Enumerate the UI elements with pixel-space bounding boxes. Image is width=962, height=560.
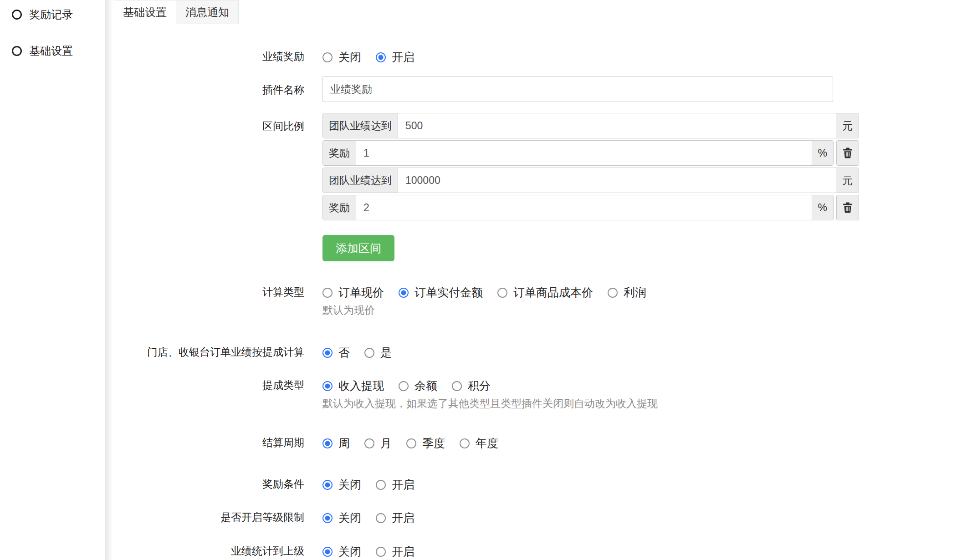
radio-option[interactable]: 关闭 bbox=[322, 477, 361, 492]
form-row-reward-condition: 奖励条件 关闭开启 bbox=[105, 477, 962, 492]
field-label: 奖励条件 bbox=[105, 477, 322, 490]
radio-group-store-commission: 否是 bbox=[322, 345, 962, 360]
radio-option[interactable]: 关闭 bbox=[322, 510, 361, 525]
radio-option-label: 余额 bbox=[414, 378, 437, 393]
radio-icon bbox=[376, 480, 386, 490]
radio-option[interactable]: 开启 bbox=[376, 477, 414, 492]
radio-option[interactable]: 利润 bbox=[608, 285, 646, 300]
radio-option[interactable]: 开启 bbox=[376, 510, 414, 525]
radio-option[interactable]: 开启 bbox=[376, 544, 414, 559]
radio-group-commission-type: 收入提现余额积分 bbox=[322, 378, 962, 393]
input-group: 团队业绩达到元 bbox=[322, 113, 859, 138]
radio-icon bbox=[608, 288, 618, 298]
radio-option-label: 关闭 bbox=[338, 510, 361, 525]
circle-icon bbox=[12, 10, 22, 20]
radio-option-label: 周 bbox=[338, 436, 350, 451]
input-group: 奖励% bbox=[322, 140, 834, 166]
radio-option-label: 订单商品成本价 bbox=[513, 285, 593, 300]
radio-option-label: 是 bbox=[380, 345, 392, 360]
tab-basic-settings[interactable]: 基础设置 bbox=[114, 0, 176, 24]
sidebar-item-label: 基础设置 bbox=[29, 44, 73, 58]
radio-icon bbox=[399, 288, 409, 298]
amount-input[interactable] bbox=[356, 141, 812, 165]
radio-option-label: 订单实付金额 bbox=[414, 285, 483, 300]
input-group: 团队业绩达到元 bbox=[322, 168, 859, 193]
radio-option-label: 季度 bbox=[422, 436, 445, 451]
delete-interval-button[interactable] bbox=[836, 195, 859, 220]
radio-option-label: 收入提现 bbox=[338, 378, 384, 393]
radio-option[interactable]: 季度 bbox=[406, 436, 445, 451]
help-text: 默认为现价 bbox=[322, 304, 962, 316]
radio-option-label: 开启 bbox=[392, 510, 414, 525]
radio-option-label: 开启 bbox=[392, 477, 414, 492]
radio-icon bbox=[376, 52, 386, 62]
radio-icon bbox=[322, 288, 333, 298]
field-label: 是否开启等级限制 bbox=[105, 510, 322, 524]
radio-option-label: 关闭 bbox=[338, 544, 361, 559]
sidebar-item-label: 奖励记录 bbox=[29, 7, 73, 22]
radio-option-label: 开启 bbox=[392, 50, 414, 65]
radio-option[interactable]: 订单商品成本价 bbox=[497, 285, 593, 300]
tab-message-notify[interactable]: 消息通知 bbox=[176, 0, 239, 24]
amount-input[interactable] bbox=[398, 168, 836, 193]
radio-option[interactable]: 订单实付金额 bbox=[399, 285, 483, 300]
radio-icon bbox=[322, 381, 333, 391]
radio-icon bbox=[364, 438, 374, 448]
interval-row: 奖励% bbox=[322, 195, 859, 220]
radio-group-level-limit: 关闭开启 bbox=[322, 510, 962, 525]
radio-icon bbox=[322, 480, 333, 490]
form-row-plugin-name: 插件名称 bbox=[105, 76, 962, 102]
radio-icon bbox=[399, 381, 409, 391]
radio-option[interactable]: 月 bbox=[364, 436, 392, 451]
delete-interval-button[interactable] bbox=[836, 140, 859, 166]
radio-option[interactable]: 关闭 bbox=[322, 50, 361, 65]
radio-option[interactable]: 否 bbox=[322, 345, 350, 360]
form-row-settle-cycle: 结算周期 周月季度年度 bbox=[105, 436, 962, 451]
amount-input[interactable] bbox=[356, 195, 812, 220]
radio-option[interactable]: 余额 bbox=[399, 378, 437, 393]
radio-option[interactable]: 收入提现 bbox=[322, 378, 384, 393]
interval-row: 团队业绩达到元 bbox=[322, 168, 859, 193]
add-interval-button[interactable]: 添加区间 bbox=[322, 235, 394, 261]
radio-option[interactable]: 订单现价 bbox=[322, 285, 384, 300]
radio-icon bbox=[322, 52, 333, 62]
amount-input[interactable] bbox=[398, 113, 836, 138]
radio-option[interactable]: 是 bbox=[364, 345, 392, 360]
radio-group-stats-to-parent: 关闭开启 bbox=[322, 544, 962, 559]
plugin-name-input[interactable] bbox=[322, 76, 833, 102]
field-label: 业绩统计到上级 bbox=[105, 544, 322, 557]
radio-option[interactable]: 年度 bbox=[460, 436, 498, 451]
form-row-calc-type: 计算类型 订单现价订单实付金额订单商品成本价利润 默认为现价 bbox=[105, 285, 962, 316]
radio-icon bbox=[452, 381, 462, 391]
help-text: 默认为收入提现，如果选了其他类型且类型插件关闭则自动改为收入提现 bbox=[322, 397, 962, 409]
radio-option-label: 否 bbox=[338, 345, 350, 360]
radio-option-label: 关闭 bbox=[338, 50, 361, 65]
interval-row: 团队业绩达到元 bbox=[322, 113, 859, 138]
radio-option[interactable]: 积分 bbox=[452, 378, 491, 393]
radio-group-calc-type: 订单现价订单实付金额订单商品成本价利润 bbox=[322, 285, 962, 300]
radio-icon bbox=[406, 438, 416, 448]
circle-icon bbox=[12, 46, 22, 56]
radio-group-performance-reward: 关闭开启 bbox=[322, 50, 962, 65]
radio-option-label: 年度 bbox=[476, 436, 498, 451]
form-row-stats-to-parent: 业绩统计到上级 关闭开启 开启后等级不参与奖励，其业绩参与则统计到其上级的业绩 bbox=[105, 544, 962, 560]
radio-icon bbox=[460, 438, 470, 448]
sidebar: 奖励记录 基础设置 bbox=[0, 0, 105, 560]
radio-option-label: 开启 bbox=[392, 544, 414, 559]
radio-option[interactable]: 周 bbox=[322, 436, 350, 451]
input-group: 奖励% bbox=[322, 195, 834, 220]
field-label: 门店、收银台订单业绩按提成计算 bbox=[105, 345, 322, 358]
radio-icon bbox=[322, 348, 333, 358]
radio-icon bbox=[497, 288, 507, 298]
sidebar-item-reward-records[interactable]: 奖励记录 bbox=[0, 5, 105, 25]
group-prepend-label: 团队业绩达到 bbox=[323, 168, 398, 193]
radio-option[interactable]: 关闭 bbox=[322, 544, 361, 559]
radio-icon bbox=[376, 513, 386, 523]
radio-option[interactable]: 开启 bbox=[376, 50, 414, 65]
field-label: 插件名称 bbox=[105, 76, 322, 96]
field-label: 区间比例 bbox=[105, 113, 322, 132]
field-label: 提成类型 bbox=[105, 378, 322, 392]
settings-form: 业绩奖励 关闭开启 插件名称 区间比例 团队业绩达到元奖励%团队业绩达到元奖励%… bbox=[105, 50, 962, 560]
sidebar-item-basic-settings[interactable]: 基础设置 bbox=[0, 41, 105, 61]
radio-icon bbox=[322, 513, 333, 523]
